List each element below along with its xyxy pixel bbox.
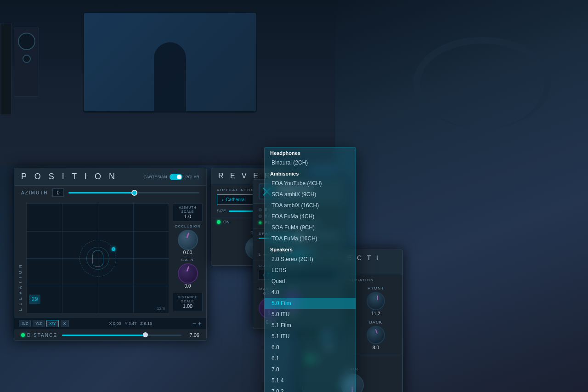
dropdown-item-5-1-itu[interactable]: 5.1 ITU [265,331,356,342]
distance-label: DISTANCE [27,333,57,338]
occlusion-value: 0.00 [173,250,203,255]
dropdown-item-6-1[interactable]: 6.1 [265,353,356,364]
speaker-tweeter [23,55,31,63]
size-label: SIZE [217,209,226,213]
coord-btn-x[interactable]: X [61,320,69,327]
grid-distance-label: 12m [157,306,165,311]
azimuth-slider-fill [68,192,134,193]
coord-btn-xy[interactable]: X/Y [46,320,59,327]
dropdown-item-soa-ambix-9[interactable]: SOA ambiX (9CH) [265,189,356,200]
azimuth-row: AZIMUTH 0 [14,186,206,199]
position-title: P O S I T I O N [21,172,118,182]
gain-value: 0.0 [173,284,203,289]
dropdown-item-5-1-4[interactable]: 5.1.4 [265,375,356,386]
distance-row: DISTANCE 7.06 [14,330,206,340]
front-label: FRONT [355,286,397,290]
elevation-label: E L E V A T I O N [18,203,23,313]
left-speaker [14,28,39,97]
distance-led [21,333,25,337]
distance-scale-value: 1.00 [175,303,200,309]
azimuth-scale-label: AZIMUTH SCALE [175,205,200,214]
rack-unit [0,23,11,115]
front-knob-group: FRONT 11.2 [355,286,397,316]
coord-y-label: Y [124,321,127,326]
bass-boost-indicator [259,215,262,218]
gain-section: GAIN 0.0 [173,258,203,289]
headphones-category: Headphones [265,148,356,157]
performance-mode-indicator [259,221,262,224]
occlusion-section: OCCLUSION 0.00 [173,224,203,255]
grid-line-v3 [133,204,134,313]
position-grid[interactable]: 12m 29 [26,203,169,313]
dropdown-item-toa-fuma-16[interactable]: TOA FuMa (16CH) [265,233,356,244]
back-value: 8.0 [355,345,397,350]
distance-scale-label: DISTANCE SCALE [175,295,200,303]
distance-thumb [143,332,148,337]
coord-btn-xz[interactable]: X/Z [19,320,31,327]
dropdown-item-5-0-film[interactable]: 5.0 Film [265,298,356,309]
dropdown-item-lcrs[interactable]: LCRS [265,265,356,276]
coord-y-value: 3.47 [129,321,137,326]
back-label: BACK [355,320,397,324]
speaker-woofer [18,33,35,50]
ambisonics-category: Ambisonics [265,168,356,178]
polar-label: POLAR [185,175,199,179]
position-footer: X/Z Y/Z X/Y X X 0.00 Y 3.47 Z 6.15 − + [14,317,206,330]
back-knob[interactable] [365,324,386,346]
dropdown-item-5-1-film[interactable]: 5.1 Film [265,320,356,331]
dropdown-item-6-0[interactable]: 6.0 [265,342,356,353]
lr-left-label: L [259,252,261,257]
coord-z: Z 6.15 [140,321,152,326]
coord-y: Y 3.47 [124,321,136,326]
dropdown-item-5-0-itu[interactable]: 5.0 ITU [265,309,356,320]
azimuth-slider[interactable] [68,192,199,193]
cartesian-label: CARTESIAN [143,175,167,179]
back-knob-group: BACK 8.0 [355,320,397,350]
coord-z-value: 6.15 [144,321,152,326]
front-knob[interactable] [363,289,389,314]
silhouette-person-screen [154,42,186,111]
cartesian-polar-switch[interactable] [170,174,182,180]
cartesian-polar-toggle[interactable]: CARTESIAN POLAR [143,174,199,180]
speakers-category: Speakers [265,244,356,254]
output-format-dropdown[interactable]: Headphones Binaural (2CH) Ambisonics FOA… [264,147,356,392]
distance-scale-box: DISTANCE SCALE 1.00 [173,293,203,311]
dropdown-item-toa-ambix-16[interactable]: TOA ambiX (16CH) [265,200,356,211]
position-header: P O S I T I O N CARTESIAN POLAR [14,168,206,186]
gain-label: GAIN [173,258,203,262]
dropdown-item-quad[interactable]: Quad [265,276,356,287]
coord-x: X 0.00 [109,321,121,326]
headphone-arc [413,37,551,129]
dropdown-item-foa-youtube[interactable]: FOA YouTube (4CH) [265,178,356,189]
azimuth-value: 0 [52,188,63,197]
zoom-controls: − + [192,320,202,327]
gain-knob[interactable] [178,263,198,284]
dropdown-item-7-0-2[interactable]: 7.0.2 [265,386,356,392]
dropdown-item-foa-fuma-4[interactable]: FOA FuMa (4CH) [265,211,356,222]
azimuth-label: AZIMUTH [21,190,48,195]
elevation-number: 29 [29,295,40,304]
coord-btn-yz[interactable]: Y/Z [33,320,45,327]
dropdown-item-7-0[interactable]: 7.0 [265,364,356,375]
dropdown-item-4-0[interactable]: 4.0 [265,287,356,298]
dropdown-item-soa-fuma-9[interactable]: SOA FuMa (9CH) [265,222,356,233]
distance-value: 7.06 [190,332,199,338]
distance-slider[interactable] [62,335,181,336]
position-right-controls: AZIMUTH SCALE 1.0 OCCLUSION 0.00 GAIN 0.… [173,203,203,313]
azimuth-scale-value: 1.0 [175,214,200,219]
coord-buttons: X/Z Y/Z X/Y X [19,320,69,327]
bypass-indicator [259,208,262,211]
coord-x-label: X [109,321,112,326]
coord-z-label: Z [140,321,143,326]
dropdown-item-binaural[interactable]: Binaural (2CH) [265,157,356,168]
position-panel: P O S I T I O N CARTESIAN POLAR AZIMUTH … [14,168,207,341]
occlusion-label: OCCLUSION [173,224,203,228]
occlusion-knob[interactable] [178,230,198,250]
zoom-plus-btn[interactable]: + [198,320,202,327]
grid-line-v1 [62,204,62,313]
dropdown-item-stereo[interactable]: 2.0 Stereo (2CH) [265,254,356,265]
position-main: E L E V A T I O N 12m 29 [14,199,206,317]
distance-fill [62,335,146,336]
azimuth-slider-thumb [131,190,137,196]
zoom-minus-btn[interactable]: − [192,320,196,327]
